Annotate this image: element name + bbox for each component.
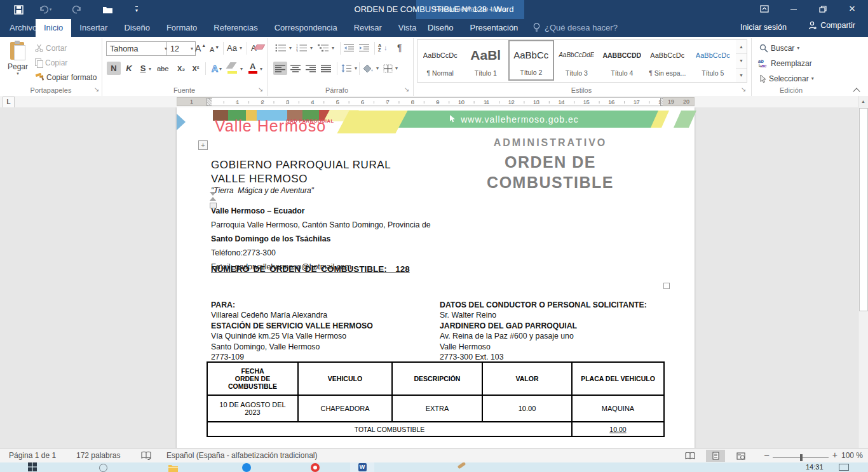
align-center-button[interactable]	[288, 62, 302, 75]
first-line-indent-marker[interactable]	[210, 192, 216, 196]
undo-caret-icon[interactable]: ▾	[50, 7, 52, 12]
sizing-handle[interactable]	[663, 283, 670, 289]
restore-button[interactable]	[812, 0, 834, 18]
bold-button[interactable]: N	[107, 62, 121, 75]
strikethrough-button[interactable]: abe	[156, 62, 170, 75]
font-dialog-launcher-icon[interactable]: ↘	[257, 86, 264, 93]
table-data-cell[interactable]: 10 DE AGOSTO DEL 2023	[207, 395, 298, 422]
shading-button[interactable]: ▾	[361, 62, 381, 75]
table-data-cell[interactable]: EXTRA	[392, 395, 482, 422]
proofing-icon[interactable]	[141, 451, 151, 460]
copy-button[interactable]: Copiar	[33, 56, 69, 69]
paste-button[interactable]: Pegar ▾	[4, 40, 32, 84]
document-page[interactable]: www.vallehermoso.gob.ec Valle Hermoso GA…	[177, 107, 695, 448]
styles-scroll-up-icon[interactable]: ▲	[736, 40, 747, 54]
table-move-handle[interactable]: +	[198, 140, 208, 150]
increase-indent-button[interactable]	[357, 41, 372, 55]
numbering-button[interactable]: 123 ▾	[294, 41, 315, 55]
document-canvas[interactable]: www.vallehermoso.gob.ec Valle Hermoso GA…	[0, 107, 858, 448]
change-case-button[interactable]: Aa▾	[225, 41, 244, 55]
scroll-up-icon[interactable]: ▲	[858, 96, 868, 107]
styles-dialog-launcher-icon[interactable]: ↘	[740, 86, 747, 93]
ribbon-tab[interactable]: Inicio	[36, 19, 71, 37]
contextual-tab[interactable]: Presentación	[461, 19, 526, 37]
read-mode-button[interactable]	[681, 450, 700, 462]
show-desktop-icon[interactable]	[839, 464, 849, 472]
justify-button[interactable]	[319, 62, 333, 75]
indent-markers[interactable]	[210, 192, 216, 203]
total-value-cell[interactable]: 10.00	[572, 422, 664, 436]
open-folder-icon[interactable]	[100, 3, 114, 16]
file-explorer-icon[interactable]	[168, 464, 179, 472]
text-effects-caret-icon[interactable]: ▾	[219, 66, 222, 72]
ribbon-tab[interactable]: Referencias	[205, 19, 266, 37]
word-count[interactable]: 172 palabras	[76, 451, 120, 460]
underline-caret-icon[interactable]: ▾	[149, 66, 151, 72]
style-item[interactable]: AaBbCcDc ¶ Normal	[417, 40, 463, 81]
total-label-cell[interactable]: TOTAL COMBUSTIBLE	[207, 422, 572, 436]
ribbon-tab[interactable]: Formato	[158, 19, 205, 37]
save-icon[interactable]	[11, 3, 25, 16]
hanging-indent-marker[interactable]	[210, 197, 216, 201]
web-layout-button[interactable]	[731, 450, 750, 462]
italic-button[interactable]: K	[122, 62, 136, 75]
decrease-indent-button[interactable]	[342, 41, 356, 55]
zoom-slider-handle[interactable]	[800, 454, 803, 461]
contextual-tab[interactable]: Diseño	[419, 19, 461, 37]
ruler-right-margin[interactable]: 1920	[663, 97, 695, 106]
browser-icon[interactable]	[311, 463, 320, 472]
styles-more-icon[interactable]: ▼	[736, 69, 747, 82]
share-button[interactable]: Compartir	[808, 21, 855, 30]
grow-font-button[interactable]: A▲	[193, 41, 208, 55]
ribbon-tab[interactable]: Revisar	[346, 19, 390, 37]
table-data-cell[interactable]: 10.00	[482, 395, 572, 422]
borders-button[interactable]: ▾	[381, 62, 400, 75]
styles-scroll-down-icon[interactable]: ▼	[736, 54, 747, 68]
ribbon-tab[interactable]: Diseño	[116, 19, 158, 37]
cut-button[interactable]: Cortar	[33, 41, 69, 55]
zoom-in-button[interactable]: +	[832, 450, 837, 460]
pinned-app-icon[interactable]	[458, 464, 466, 472]
align-left-button[interactable]	[273, 62, 287, 75]
paragraph-dialog-launcher-icon[interactable]: ↘	[403, 86, 410, 93]
table-header-cell[interactable]: VEHICULO	[298, 362, 392, 395]
ribbon-tab[interactable]: Insertar	[71, 19, 116, 37]
shrink-font-button[interactable]: A▼	[208, 43, 221, 56]
language-indicator[interactable]: Español (España - alfabetización tradici…	[166, 451, 317, 460]
edge-browser-icon[interactable]	[242, 463, 251, 472]
replace-button[interactable]: ab ac ↳ Reemplazar	[756, 57, 814, 70]
style-item[interactable]: AaBbCcDc ¶ Sin espa...	[645, 40, 691, 81]
zoom-out-button[interactable]: −	[764, 450, 770, 461]
print-layout-button[interactable]	[706, 450, 725, 462]
style-item[interactable]: AABBCCDD Título 4	[599, 40, 645, 81]
style-item[interactable]: AaBbCcDdE Título 3	[554, 40, 600, 81]
scrollbar-thumb[interactable]	[859, 108, 868, 311]
zoom-percentage[interactable]: 100 %	[841, 451, 863, 460]
superscript-button[interactable]: X²	[189, 62, 203, 75]
subscript-button[interactable]: X₂	[174, 62, 188, 75]
align-right-button[interactable]	[304, 62, 318, 75]
word-taskbar-slot[interactable]: W	[350, 462, 374, 472]
ruler[interactable]: 123456789101112131415161718	[212, 97, 663, 106]
show-marks-button[interactable]: ¶	[395, 41, 404, 54]
select-button[interactable]: Seleccionar▾	[757, 72, 816, 85]
style-item[interactable]: AaBbCc Título 2	[508, 40, 554, 81]
font-color-caret-icon[interactable]: ▾	[260, 66, 262, 72]
page-indicator[interactable]: Página 1 de 1	[9, 451, 56, 460]
font-size-select[interactable]: 12▾	[166, 41, 196, 56]
table-header-cell[interactable]: FECHA ORDEN DE COMBUSTIBLE	[207, 362, 298, 395]
sort-button[interactable]: AZ ↓	[376, 41, 390, 54]
tell-me-box[interactable]: ¿Qué desea hacer?	[532, 22, 618, 32]
font-family-select[interactable]: Tahoma▾	[106, 41, 170, 56]
table-header-cell[interactable]: PLACA DEL VEHICULO	[572, 362, 664, 395]
sign-in-link[interactable]: Iniciar sesión	[740, 23, 787, 32]
highlight-button[interactable]	[227, 62, 240, 75]
clear-formatting-button[interactable]: A	[249, 41, 259, 55]
left-indent-marker[interactable]	[210, 203, 217, 208]
multilevel-list-button[interactable]: ▾	[316, 41, 336, 55]
table-data-cell[interactable]: CHAPEADORA	[298, 395, 392, 422]
table-header-cell[interactable]: VALOR	[482, 362, 572, 395]
format-painter-button[interactable]: Copiar formato	[33, 71, 98, 84]
clipboard-dialog-launcher-icon[interactable]: ↘	[93, 86, 100, 93]
close-button[interactable]: ×	[841, 0, 863, 18]
